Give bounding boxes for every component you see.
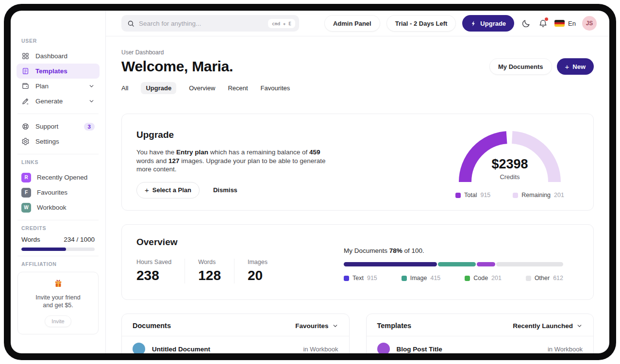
documents-card-title: Documents <box>133 322 171 330</box>
sidebar-item-generate[interactable]: Generate <box>17 94 100 109</box>
tab-overview[interactable]: Overview <box>189 82 215 94</box>
search-input[interactable] <box>139 20 264 27</box>
plus-icon: + <box>145 186 149 194</box>
notifications-button[interactable] <box>537 18 548 29</box>
progress-title: My Documents 78% of 100. <box>344 247 563 254</box>
overview-card-title: Overview <box>136 237 281 248</box>
legend-item-text: Text 915 <box>344 275 377 281</box>
sidebar-section-credits: CREDITS <box>21 225 100 231</box>
sidebar-item-settings[interactable]: Settings <box>17 134 100 149</box>
tab-recent[interactable]: Recent <box>228 82 248 94</box>
search-shortcut-badge: cmd + E <box>268 19 295 28</box>
documents-filter-dropdown[interactable]: Favourites <box>295 322 338 330</box>
sidebar-section-affiliation: AFFILIATION <box>21 261 100 267</box>
sidebar-item-support[interactable]: Support 3 <box>17 119 100 134</box>
german-flag-icon <box>554 20 565 27</box>
template-location: in Workbook <box>548 346 583 353</box>
sidebar-section-user: USER <box>21 38 100 44</box>
legend-item-remaining: Remaining 201 <box>513 192 564 199</box>
upgrade-card-left: Upgrade You have the Entry plan which ha… <box>136 127 332 198</box>
tab-upgrade[interactable]: Upgrade <box>141 82 176 94</box>
sidebar-item-label: Favourites <box>37 189 67 196</box>
legend-swatch <box>513 193 518 198</box>
lifebuoy-icon <box>21 122 30 131</box>
legend-swatch <box>526 276 531 281</box>
chevron-down-icon <box>88 83 95 89</box>
templates-card-title: Templates <box>377 322 412 330</box>
sidebar-item-label: Templates <box>35 67 67 75</box>
link-initial-badge: W <box>21 203 31 213</box>
app-window: USER Dashboard Templates Plan Generate S… <box>11 11 609 353</box>
moon-icon <box>521 19 531 28</box>
wallet-icon <box>21 82 30 90</box>
user-avatar[interactable]: JS <box>582 16 597 31</box>
new-button-label: New <box>572 63 586 70</box>
trial-status-button[interactable]: Trial - 2 Days Left <box>386 15 456 32</box>
upgrade-button[interactable]: Upgrade <box>462 15 514 32</box>
dark-mode-toggle[interactable] <box>520 18 531 29</box>
bar-segment-other <box>496 262 563 266</box>
dismiss-button[interactable]: Dismiss <box>213 186 237 194</box>
sidebar-item-recently-opened[interactable]: R Recently Opened <box>17 170 100 185</box>
new-button[interactable]: + New <box>557 58 594 75</box>
affiliation-text: Invite your friend and get $5. <box>22 294 94 310</box>
sidebar-section-links: LINKS <box>21 159 100 165</box>
top-bar: cmd + E Admin Panel Trial - 2 Days Left … <box>106 11 609 36</box>
document-title: Untitled Document <box>152 346 210 353</box>
sidebar-divider <box>17 220 99 220</box>
gift-icon <box>53 279 63 288</box>
select-plan-button[interactable]: + Select a Plan <box>136 182 200 199</box>
sidebar-divider <box>17 256 99 256</box>
documents-card: Documents Favourites Untitled Document i… <box>121 314 350 353</box>
admin-panel-button[interactable]: Admin Panel <box>324 15 380 32</box>
my-documents-button[interactable]: My Documents <box>489 58 552 75</box>
window-frame: USER Dashboard Templates Plan Generate S… <box>4 4 616 360</box>
template-list-item[interactable]: Blog Post Title in Workbook <box>367 336 594 353</box>
search-bar[interactable]: cmd + E <box>121 15 299 32</box>
sidebar-item-label: Support <box>35 123 58 130</box>
legend-item-code: Code 201 <box>465 275 502 281</box>
tab-all[interactable]: All <box>121 82 128 94</box>
documents-card-header: Documents Favourites <box>122 314 349 336</box>
bar-segment-text <box>344 262 437 266</box>
document-list-item[interactable]: Untitled Document in Workbook <box>122 336 349 353</box>
document-location: in Workbook <box>303 346 338 353</box>
overview-card-left: Overview Hours Saved 238 Words 128 Image… <box>136 237 281 287</box>
select-plan-label: Select a Plan <box>152 186 191 194</box>
bar-segment-code <box>477 262 495 266</box>
legend-swatch <box>344 276 349 281</box>
content-area: User Dashboard Welcome, Maria. My Docume… <box>106 36 609 353</box>
sidebar-item-label: Settings <box>35 138 59 145</box>
sidebar-item-plan[interactable]: Plan <box>17 79 100 94</box>
filter-tabs: All Upgrade Overview Recent Favourites <box>121 82 594 94</box>
sidebar-item-dashboard[interactable]: Dashboard <box>17 49 100 64</box>
documents-progress-chart: My Documents 78% of 100. Text 915 <box>344 247 563 287</box>
header-actions: My Documents + New <box>489 58 594 75</box>
main-area: cmd + E Admin Panel Trial - 2 Days Left … <box>106 11 609 353</box>
bar-segment-image <box>438 262 476 266</box>
legend-swatch <box>465 276 470 281</box>
sidebar-item-label: Generate <box>35 98 63 105</box>
affiliation-card: Invite your friend and get $5. Invite <box>17 272 99 334</box>
upgrade-card-actions: + Select a Plan Dismiss <box>136 182 332 199</box>
sidebar-item-favourites[interactable]: F Favourites <box>17 185 100 200</box>
invite-button[interactable]: Invite <box>45 315 71 327</box>
gauge-label: Credits <box>452 173 567 181</box>
legend-item-other: Other 612 <box>526 275 563 281</box>
language-selector[interactable]: En <box>554 20 576 27</box>
templates-filter-dropdown[interactable]: Recently Launched <box>513 322 583 330</box>
template-title: Blog Post Title <box>397 346 442 353</box>
page-title: Welcome, Maria. <box>121 58 233 75</box>
tab-favourites[interactable]: Favourites <box>261 82 290 94</box>
template-avatar <box>377 343 390 353</box>
gauge-legend: Total 915 Remaining 201 <box>452 192 567 199</box>
sidebar-item-workbook[interactable]: W Workbook <box>17 200 100 215</box>
sidebar-item-label: Dashboard <box>35 52 67 60</box>
legend-swatch <box>402 276 407 281</box>
legend-item-total: Total 915 <box>455 192 490 199</box>
gauge-center-text: $2398 Credits <box>452 157 567 181</box>
sidebar: USER Dashboard Templates Plan Generate S… <box>11 11 106 353</box>
sidebar-item-templates[interactable]: Templates <box>17 64 100 79</box>
bottom-cards-row: Documents Favourites Untitled Document i… <box>121 314 594 353</box>
lightning-bolt-icon <box>470 20 477 27</box>
